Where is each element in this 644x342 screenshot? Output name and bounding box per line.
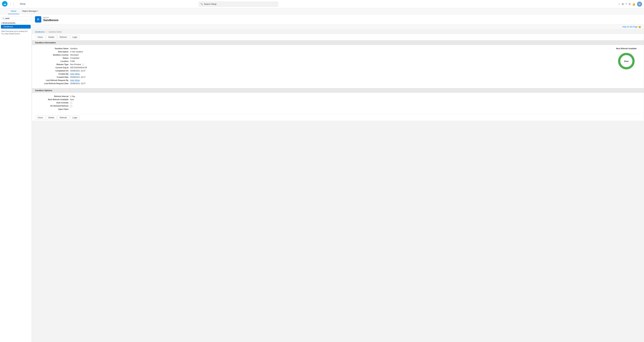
help-bar: Help for this Page ? [32,25,644,29]
action-bar-bottom: Clone Delete Refresh Login [32,114,644,121]
breadcrumb: Sandboxes > Sandbox Detail [32,29,644,34]
chevron-down-icon: ▾ [1,22,2,24]
page-header-text: SETUP Sandboxes [43,17,58,22]
refresh-button-bottom[interactable]: Refresh [58,116,70,120]
gear-icon[interactable]: ⚙ [628,2,631,5]
field-description: Description A new sandbox [35,51,606,53]
clone-button-bottom[interactable]: Clone [35,116,45,120]
content-area: ⚙ SETUP Sandboxes Help for this Page ? S… [32,14,644,342]
grid-icon[interactable]: ⊞ [622,2,624,5]
setup-gear-icon: ⚙ [37,18,40,21]
main-layout: 🔍 sand ▾ Environments Sandboxes Didn't f… [0,14,644,342]
nav-tab-setup[interactable]: Setup [17,0,28,8]
star-icon[interactable]: ☆ [618,2,620,5]
delete-button[interactable]: Delete [46,35,57,39]
sidebar-hint: Didn't find what you're looking for? Try… [0,28,32,37]
action-bar-top: Clone Delete Refresh Login [32,34,644,40]
search-icon: 🔍 [200,3,203,5]
svg-text:☁: ☁ [4,2,6,5]
breadcrumb-current: Sandbox Detail [49,31,62,33]
sidebar-section-environments: ▾ Environments Sandboxes [0,21,32,28]
setup-label: SETUP [43,17,58,18]
login-button-bottom[interactable]: Login [70,116,80,120]
on-demand-refresh-checkbox[interactable] [70,105,72,107]
field-refresh-interval: Refresh Interval 1 Day [35,95,641,97]
avatar[interactable]: H [637,1,642,7]
sandbox-options-header: Sandbox Options [32,88,644,93]
field-status: Status Completed [35,57,606,59]
sidebar-item-sandboxes[interactable]: Sandboxes [1,25,31,28]
field-created-date: Created Date 25/08/2023, 16:27 [35,76,606,78]
page-header: ⚙ SETUP Sandboxes [32,14,644,25]
donut-chart: Now [617,52,636,71]
donut-title: Next Refresh Available [616,47,636,50]
field-next-refresh-available: Next Refresh Available Now [35,98,641,101]
sandbox-info-fields: Sandbox Name Sandbox Description A new s… [35,47,606,86]
top-nav: ☁ ⋮⋮ Setup 🔍 ☆ ⊞ ? ⚙ 🔔 H [0,0,644,8]
clone-button[interactable]: Clone [35,35,45,39]
auto-activate-checkbox[interactable] [70,102,72,104]
refresh-button-top[interactable]: Refresh [58,35,70,39]
created-by-link[interactable]: Holly White [70,73,80,75]
field-last-refresh-request-date: Last Refresh Request Date 25/08/2023, 16… [35,82,606,85]
field-location: Location CS86 [35,60,606,62]
second-nav: Home Object Manager ▾ [0,8,644,14]
last-refresh-request-by-link[interactable]: Holly White [70,79,80,81]
page-title: Sandboxes [43,18,58,22]
top-nav-icons: ☆ ⊞ ? ⚙ 🔔 H [618,1,642,7]
sandbox-options-body: Refresh Interval 1 Day Next Refresh Avai… [32,93,644,114]
release-type-info-icon[interactable]: i [82,63,84,65]
breadcrumb-parent[interactable]: Sandboxes [35,31,44,33]
field-auto-activate: Auto Activate [35,102,641,104]
second-nav-home[interactable]: Home [8,8,19,14]
nav-tabs: Setup [17,0,28,8]
field-sandbox-name: Sandbox Name Sandbox [35,47,606,50]
breadcrumb-separator: > [46,31,47,33]
field-release-type: Release Type Non-Preview i [35,63,606,65]
field-apex-class: Apex Class [35,108,641,110]
sandbox-info-header: Sandbox Information [32,40,644,45]
page-header-icon: ⚙ [35,16,41,22]
main-content-block: Clone Delete Refresh Login Sandbox Infor… [32,34,644,121]
sandbox-info-body: Sandbox Name Sandbox Description A new s… [32,45,644,88]
help-link[interactable]: Help for this Page ? [622,26,641,28]
chevron-down-icon: ▾ [37,10,38,12]
donut-chart-container: Next Refresh Available Now [612,47,641,86]
delete-button-bottom[interactable]: Delete [46,116,57,120]
field-last-refresh-request-by: Last Refresh Request By Holly White [35,79,606,81]
svg-text:Now: Now [624,60,628,62]
search-bar: 🔍 [199,1,278,7]
sandbox-options-fields: Refresh Interval 1 Day Next Refresh Avai… [35,95,641,111]
field-sandbox-license: Sandbox License Developer [35,54,606,56]
sidebar-search-input[interactable]: sand [5,17,29,19]
sandbox-info-section: Sandbox Information Sandbox Name Sandbox… [32,40,644,88]
sandbox-options-section: Sandbox Options Refresh Interval 1 Day N… [32,88,644,114]
field-created-by: Created By Holly White [35,73,606,75]
search-input[interactable] [204,3,276,5]
sidebar: 🔍 sand ▾ Environments Sandboxes Didn't f… [0,14,32,342]
field-completed-on: Completed On 25/08/2023, 16:37 [35,70,606,72]
field-on-demand-refresh: On Demand Refresh [35,105,641,107]
sidebar-search-icon: 🔍 [2,17,4,19]
second-nav-object-manager[interactable]: Object Manager ▾ [19,8,41,14]
help-info-icon: ? [638,26,641,28]
sidebar-search-container: 🔍 sand [1,16,30,20]
login-button-top[interactable]: Login [70,35,80,39]
salesforce-logo[interactable]: ☁ [2,1,8,7]
help-icon[interactable]: ? [626,3,627,5]
sidebar-section-header[interactable]: ▾ Environments [0,21,32,25]
bell-icon[interactable]: 🔔 [632,2,636,5]
apps-icon[interactable]: ⋮⋮ [9,2,15,6]
field-current-org-id: Current Org Id 00D7E000000AkTB [35,66,606,69]
